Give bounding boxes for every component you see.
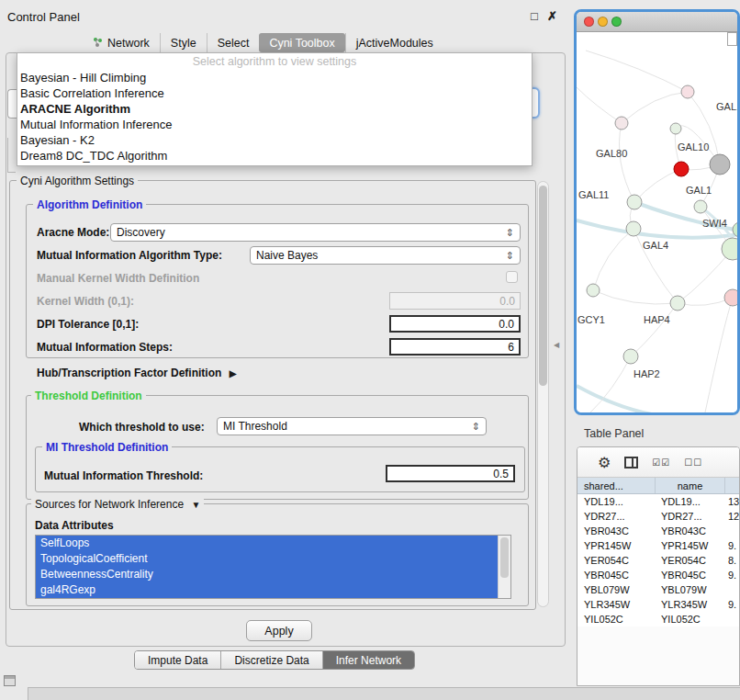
- attributes-scrollbar-track[interactable]: [498, 536, 510, 598]
- network-canvas[interactable]: GAL...GAL80GAL10GAL1GAL11SWI4GAL4GCY1HAP…: [577, 32, 737, 412]
- close-traffic-light-icon[interactable]: [584, 17, 594, 27]
- network-node[interactable]: [724, 289, 737, 306]
- algorithm-option[interactable]: Basic Correlation Inference: [17, 85, 532, 101]
- mi-algorithm-type-select[interactable]: Naive Bayes ⇕: [250, 246, 521, 265]
- network-node[interactable]: [710, 154, 730, 175]
- manual-kernel-width-checkbox[interactable]: [506, 271, 518, 283]
- tab-jactivemodules[interactable]: jActiveModules: [345, 33, 443, 52]
- table-cell[interactable]: YBR043C: [577, 525, 655, 536]
- algorithm-option[interactable]: Bayesian - K2: [17, 132, 532, 148]
- window-bottom-edge: [28, 687, 740, 700]
- network-node[interactable]: [615, 117, 628, 130]
- mi-steps-field[interactable]: 6: [389, 338, 521, 356]
- network-graph: GAL...GAL80GAL10GAL1GAL11SWI4GAL4GCY1HAP…: [577, 32, 737, 412]
- apply-button[interactable]: Apply: [246, 620, 312, 641]
- kernel-width-value: 0.0: [499, 295, 515, 308]
- tab-infer-network[interactable]: Infer Network: [322, 651, 414, 669]
- attribute-item[interactable]: gal4RGexp: [36, 582, 499, 598]
- table-cell[interactable]: 9.: [724, 599, 739, 610]
- column-header-extra[interactable]: [724, 478, 739, 493]
- table-cell[interactable]: YIL052C: [655, 614, 724, 625]
- tab-style[interactable]: Style: [160, 33, 207, 52]
- table-cell[interactable]: 9.: [724, 570, 739, 581]
- table-cell[interactable]: YER054C: [577, 555, 655, 566]
- tab-impute-data[interactable]: Impute Data: [135, 651, 220, 669]
- table-cell[interactable]: YDL19...: [577, 496, 655, 507]
- algorithm-option[interactable]: Mutual Information Inference: [17, 117, 532, 132]
- dpi-tolerance-field[interactable]: 0.0: [389, 315, 521, 333]
- network-node[interactable]: [681, 85, 694, 98]
- table-cell[interactable]: 13: [724, 496, 739, 507]
- table-cell[interactable]: YBR043C: [655, 525, 724, 536]
- select-all-columns-icon[interactable]: ☑☑: [652, 457, 670, 468]
- float-window-icon[interactable]: □: [531, 9, 538, 23]
- settings-scrollbar-thumb[interactable]: [539, 186, 547, 386]
- tab-cyni-toolbox[interactable]: Cyni Toolbox: [259, 33, 344, 52]
- tab-select[interactable]: Select: [207, 33, 260, 52]
- network-node[interactable]: [694, 200, 707, 213]
- attribute-item[interactable]: TopologicalCoefficient: [36, 551, 499, 567]
- table-cell[interactable]: YBL079W: [577, 584, 655, 595]
- data-attributes-list[interactable]: SelfLoopsTopologicalCoefficientBetweenne…: [35, 535, 511, 599]
- attributes-scrollbar-thumb[interactable]: [500, 537, 509, 578]
- table-cell[interactable]: YBL079W: [655, 584, 724, 595]
- table-row[interactable]: YBR043CYBR043C: [577, 524, 739, 538]
- network-node[interactable]: [627, 195, 642, 209]
- network-node[interactable]: [587, 284, 600, 297]
- table-cell[interactable]: YLR345W: [577, 599, 655, 610]
- gear-icon[interactable]: ⚙: [598, 454, 611, 471]
- columns-icon[interactable]: [624, 457, 638, 469]
- table-row[interactable]: YDR27...YDR27...12: [577, 509, 739, 524]
- algorithm-option[interactable]: ARACNE Algorithm: [17, 101, 532, 117]
- table-row[interactable]: YDL19...YDL19...13: [577, 494, 739, 509]
- column-header-shared-name[interactable]: shared...: [577, 478, 655, 493]
- panel-collapse-handle[interactable]: ◀: [554, 335, 562, 354]
- table-cell[interactable]: YER054C: [655, 555, 724, 566]
- attribute-item[interactable]: SelfLoops: [36, 536, 499, 551]
- table-cell[interactable]: YDR27...: [655, 511, 724, 522]
- algorithm-option[interactable]: Dream8 DC_TDC Algorithm: [17, 148, 532, 164]
- minimize-traffic-light-icon[interactable]: [598, 17, 608, 27]
- table-cell[interactable]: YDL19...: [655, 496, 724, 507]
- zoom-traffic-light-icon[interactable]: [611, 17, 622, 27]
- network-node[interactable]: [670, 123, 681, 134]
- network-node[interactable]: [722, 238, 737, 260]
- network-node[interactable]: [626, 221, 641, 236]
- tab-network[interactable]: Network: [83, 33, 160, 52]
- table-cell[interactable]: 8.: [724, 555, 739, 566]
- restore-panel-icon[interactable]: [4, 675, 16, 686]
- table-row[interactable]: YPR145WYPR145W9.: [577, 538, 739, 553]
- table-cell[interactable]: YPR145W: [577, 540, 655, 551]
- table-cell[interactable]: YPR145W: [655, 540, 724, 551]
- network-scrollbar-button[interactable]: [727, 32, 737, 46]
- which-threshold-select[interactable]: MI Threshold ⇕: [217, 417, 487, 435]
- table-cell[interactable]: YBR045C: [577, 570, 655, 581]
- algorithm-option[interactable]: Bayesian - Hill Climbing: [17, 70, 532, 85]
- table-toolbar: ⚙ ☑☑ ☐☐: [577, 447, 739, 478]
- table-row[interactable]: YLR345WYLR345W9.: [577, 597, 739, 612]
- table-cell[interactable]: YLR345W: [655, 599, 724, 610]
- table-cell[interactable]: YIL052C: [577, 614, 655, 625]
- table-cell[interactable]: 9.: [724, 540, 739, 551]
- aracne-mode-select[interactable]: Discovery ⇕: [110, 223, 521, 242]
- table-cell[interactable]: YDR27...: [577, 511, 655, 522]
- hub-definition-toggle[interactable]: Hub/Transcription Factor Definition ▶: [37, 367, 236, 379]
- table-row[interactable]: YER054CYER054C8.: [577, 553, 739, 568]
- mi-threshold-field[interactable]: 0.5: [386, 465, 515, 482]
- table-row[interactable]: YBR045CYBR045C9.: [577, 568, 739, 582]
- sources-group-title[interactable]: Sources for Network Inference ▼: [31, 498, 204, 511]
- table-row[interactable]: YIL052CYIL052C: [577, 612, 739, 627]
- network-window-titlebar[interactable]: [577, 12, 737, 32]
- attribute-item[interactable]: BetweennessCentrality: [36, 567, 499, 582]
- column-header-name[interactable]: name: [655, 478, 724, 493]
- network-node[interactable]: [623, 349, 638, 364]
- network-node[interactable]: [670, 296, 685, 310]
- tab-discretize-data[interactable]: Discretize Data: [220, 651, 321, 669]
- network-node[interactable]: [674, 162, 689, 176]
- close-window-icon[interactable]: ✗: [547, 9, 557, 23]
- table-cell[interactable]: YBR045C: [655, 570, 724, 581]
- table-header-row[interactable]: shared... name: [577, 478, 739, 494]
- deselect-all-columns-icon[interactable]: ☐☐: [684, 457, 702, 468]
- table-cell[interactable]: 12: [724, 511, 739, 522]
- table-row[interactable]: YBL079WYBL079W: [577, 582, 739, 597]
